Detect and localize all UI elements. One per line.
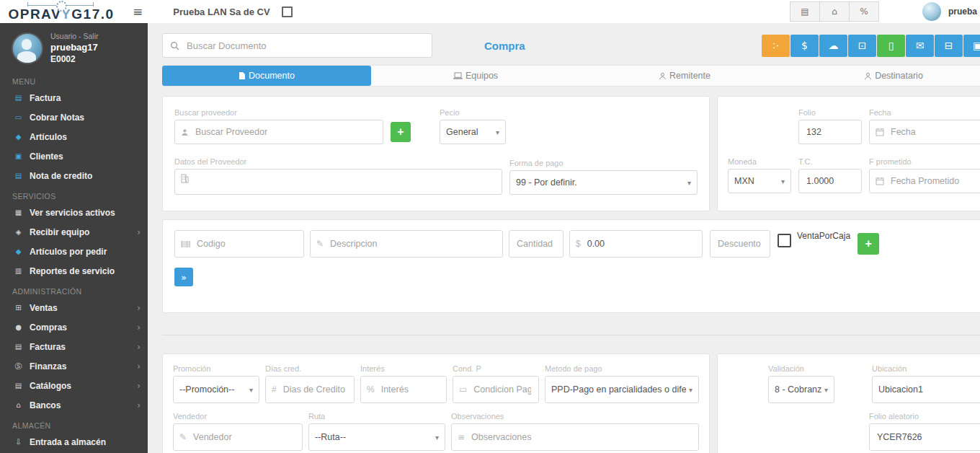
- sidebar-item-label: Compras: [30, 322, 67, 333]
- metodo-pago-select[interactable]: PPD-Pago en parcialidades o diferido▾: [545, 376, 699, 403]
- sidebar-item-bancos[interactable]: ⌂Bancos›: [0, 395, 148, 415]
- sidebar-item-label: Artículos por pedir: [30, 247, 107, 257]
- percent-button[interactable]: %: [849, 1, 879, 22]
- codigo-input[interactable]: [195, 238, 298, 250]
- sidebar-item-cobrar-notas[interactable]: ▭Cobrar Notas: [0, 107, 148, 127]
- sidebar-item-entrada-a-almacen[interactable]: ⇩Entrada a almacén: [0, 432, 148, 452]
- home-button[interactable]: ⌂: [819, 1, 850, 22]
- sidebar-item-facturas[interactable]: ▤Facturas›: [0, 337, 148, 356]
- sidebar-item-clientes[interactable]: ▣Clientes: [0, 146, 148, 166]
- save-button[interactable]: ▣: [963, 35, 980, 57]
- tab-equipos[interactable]: Equipos: [371, 66, 580, 86]
- observaciones-input[interactable]: [470, 431, 692, 443]
- print-button[interactable]: ⊟: [935, 35, 963, 57]
- expand-rows-button[interactable]: »: [174, 268, 193, 286]
- fullscreen-icon[interactable]: [282, 6, 293, 17]
- percent-icon: %: [367, 384, 375, 395]
- validacion-select[interactable]: 8 - Cobranza▾: [768, 376, 834, 403]
- chevron-down-icon: ▾: [435, 434, 439, 441]
- validacion-label: Validación: [768, 364, 834, 373]
- moneda-select[interactable]: MXN▾: [728, 169, 791, 193]
- precio-select[interactable]: General▾: [440, 120, 506, 144]
- sidebar-item-finanzas[interactable]: ⓈFinanzas›: [0, 356, 148, 376]
- sidebar-item-reportes-de-servicio[interactable]: ▥Reportes de servicio: [0, 261, 148, 281]
- folio-input[interactable]: [805, 126, 855, 138]
- folio-aleatorio-input[interactable]: [876, 431, 980, 443]
- top-header: OPRAVYG17.0 ≡ Prueba LAN Sa de CV ▤⌂% pr…: [0, 0, 980, 23]
- cond-p-input[interactable]: [472, 384, 533, 395]
- folio-aleatorio-label: Folio aleatorio: [869, 412, 980, 421]
- tc-input[interactable]: [805, 175, 855, 187]
- chevron-right-icon: ›: [137, 303, 141, 313]
- add-proveedor-button[interactable]: +: [391, 122, 411, 142]
- sidebar-item-ventas[interactable]: ⊞Ventas›: [0, 298, 148, 317]
- brand-emblem-icon: [27, 1, 94, 6]
- tab-label: Destinatario: [875, 71, 923, 81]
- add-item-button[interactable]: +: [858, 233, 879, 255]
- cantidad-input[interactable]: [515, 238, 557, 250]
- tab-destinatario[interactable]: Destinatario: [789, 66, 980, 86]
- new-document-button[interactable]: ▯: [877, 35, 905, 57]
- money-button[interactable]: ⊡: [848, 35, 876, 57]
- descripcion-input[interactable]: [329, 238, 496, 250]
- sidebar-item-catalogos[interactable]: ▤Catálogos›: [0, 376, 148, 395]
- interes-input[interactable]: [380, 384, 440, 395]
- sidebar-item-label: Artículos: [30, 132, 67, 142]
- conditions-card: Promoción --Promoción--▾ Días cred. # In…: [162, 353, 710, 453]
- f-prometido-input[interactable]: [889, 175, 980, 187]
- payments-button[interactable]: $: [790, 35, 819, 57]
- forma-pago-select[interactable]: 99 - Por definir.▾: [509, 170, 698, 195]
- sidebar-item-label: Clientes: [30, 151, 63, 162]
- search-input[interactable]: [185, 40, 432, 52]
- vendedor-input[interactable]: [192, 431, 296, 443]
- briefcase-button[interactable]: ▤: [790, 1, 820, 22]
- app-root: OPRAVYG17.0 ≡ Prueba LAN Sa de CV ▤⌂% pr…: [0, 0, 980, 453]
- email-button[interactable]: ✉: [906, 35, 934, 57]
- chevron-right-icon: ›: [137, 361, 141, 371]
- sidebar-item-nota-de-credito[interactable]: ▤Nota de credito: [0, 166, 148, 185]
- sidebar-item-compras[interactable]: ●Compras›: [0, 317, 148, 337]
- tab-label: Remitente: [669, 71, 710, 81]
- logout-link[interactable]: Usuario - Salir: [50, 32, 99, 42]
- precio-field: $: [569, 230, 703, 258]
- brand-logo[interactable]: OPRAVYG17.0: [0, 0, 122, 23]
- cloud-upload-button[interactable]: ☁: [819, 35, 847, 57]
- sidebar-item-recibir-equipo[interactable]: ◈Recibir equipo›: [0, 222, 148, 242]
- sidebar-section-almacen: ALMACÉN: [0, 415, 148, 432]
- ubicacion-select[interactable]: Ubicacion1▾: [872, 376, 980, 403]
- sidebar-toggle-button[interactable]: ≡: [133, 6, 143, 18]
- sidebar-item-articulos-por-pedir[interactable]: ◆Artículos por pedir: [0, 242, 148, 261]
- truck-icon: ◈: [12, 228, 24, 236]
- ubicacion-label: Ubicación: [872, 364, 980, 373]
- tab-label: Documento: [249, 71, 295, 81]
- venta-por-caja-checkbox[interactable]: [778, 234, 791, 247]
- f-prometido-label: F prometido: [869, 157, 980, 166]
- dias-cred-input[interactable]: [282, 384, 348, 395]
- fecha-input[interactable]: [889, 126, 980, 138]
- dollar-icon: $: [576, 239, 581, 249]
- datos-proveedor-input[interactable]: [194, 174, 496, 185]
- descuento-input[interactable]: [716, 238, 764, 250]
- promocion-select[interactable]: --Promoción--▾: [173, 376, 259, 403]
- sidebar-item-articulos[interactable]: ◆Artículos: [0, 127, 148, 146]
- chevron-right-icon: ›: [137, 322, 141, 333]
- venta-por-caja-label: VentaPorCaja: [797, 231, 850, 241]
- chart-icon: ▥: [12, 267, 24, 275]
- header-avatar[interactable]: [922, 2, 941, 21]
- company-name: Prueba LAN Sa de CV: [173, 6, 270, 17]
- share-button[interactable]: ∴: [762, 35, 790, 57]
- descripcion-field: ✎: [310, 230, 503, 258]
- sidebar-item-ver-servicios-activos[interactable]: ▦Ver servicios activos: [0, 203, 148, 222]
- card-icon: ▭: [12, 113, 24, 121]
- vendedor-field: ✎: [173, 423, 303, 451]
- header-username[interactable]: prueba: [948, 6, 977, 17]
- precio-input[interactable]: [586, 238, 696, 250]
- tab-remitente[interactable]: Remitente: [580, 66, 789, 86]
- tab-documento[interactable]: Documento: [162, 66, 371, 86]
- ruta-select[interactable]: --Ruta--▾: [308, 423, 445, 451]
- circle-icon: ●: [12, 323, 24, 331]
- buscar-proveedor-input[interactable]: [194, 126, 377, 138]
- user-avatar[interactable]: [12, 32, 43, 64]
- precio-label: Pecio: [440, 108, 506, 117]
- sidebar-item-factura[interactable]: ▤Factura: [0, 88, 148, 107]
